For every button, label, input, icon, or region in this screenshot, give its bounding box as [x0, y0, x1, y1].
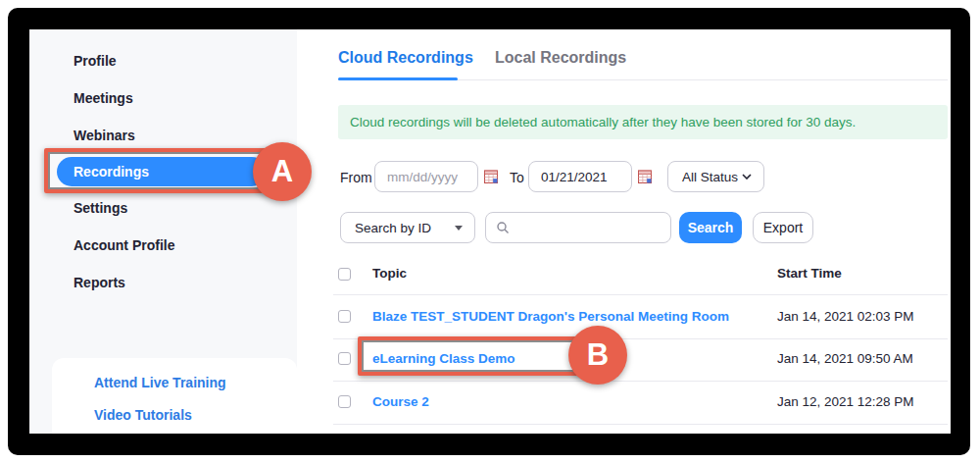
from-label: From	[340, 170, 372, 185]
export-button[interactable]: Export	[753, 212, 813, 243]
recording-topic-link[interactable]: eLearning Class Demo	[372, 351, 515, 366]
recording-start-time: Jan 14, 2021 09:50 AM	[777, 351, 913, 366]
chevron-down-icon	[742, 174, 752, 180]
search-button[interactable]: Search	[679, 212, 742, 243]
attend-live-training-link[interactable]: Attend Live Training	[94, 375, 226, 390]
header-divider	[333, 294, 948, 295]
search-mode-value: Search by ID	[355, 221, 431, 235]
sidebar-item-account-profile[interactable]: Account Profile	[74, 237, 174, 253]
row-divider	[333, 381, 948, 382]
sidebar-item-profile[interactable]: Profile	[74, 53, 117, 69]
active-tab-underline	[338, 77, 458, 80]
video-tutorials-link[interactable]: Video Tutorials	[94, 407, 192, 423]
sidebar-item-reports[interactable]: Reports	[74, 275, 125, 290]
sidebar-item-meetings[interactable]: Meetings	[74, 90, 133, 106]
recording-start-time: Jan 12, 2021 12:28 PM	[777, 394, 914, 409]
recording-topic-link[interactable]: Blaze TEST_STUDENT Dragon's Personal Mee…	[372, 309, 729, 324]
from-calendar-icon[interactable]	[484, 170, 498, 183]
row-checkbox[interactable]	[338, 395, 351, 408]
select-all-checkbox[interactable]	[338, 268, 351, 281]
search-input-wrap	[485, 212, 671, 243]
search-input[interactable]	[515, 213, 667, 242]
search-mode-select[interactable]: Search by ID	[340, 212, 475, 243]
from-date-input[interactable]	[374, 161, 478, 192]
row-checkbox[interactable]	[338, 310, 351, 323]
recording-topic-link[interactable]: Course 2	[372, 394, 429, 409]
row-divider	[333, 424, 948, 425]
status-select-value: All Status	[682, 170, 738, 184]
sidebar-item-webinars[interactable]: Webinars	[74, 128, 135, 143]
annotation-marker-a: A	[253, 142, 312, 201]
column-header-start-time: Start Time	[777, 266, 842, 281]
retention-notice: Cloud recordings will be deleted automat…	[338, 105, 948, 139]
sidebar: Profile Meetings Webinars Recordings Set…	[29, 29, 297, 434]
column-header-topic: Topic	[372, 266, 407, 281]
status-select[interactable]: All Status	[667, 161, 764, 192]
to-date-input[interactable]	[528, 161, 632, 192]
tab-local-recordings[interactable]: Local Recordings	[495, 49, 626, 67]
tab-cloud-recordings[interactable]: Cloud Recordings	[338, 49, 473, 67]
annotation-marker-b: B	[568, 326, 627, 385]
row-checkbox[interactable]	[338, 352, 351, 365]
sidebar-footer-panel: Attend Live Training Video Tutorials	[52, 358, 297, 434]
to-calendar-icon[interactable]	[638, 170, 652, 183]
zoom-web-portal: Profile Meetings Webinars Recordings Set…	[29, 29, 951, 434]
to-label: To	[510, 170, 524, 185]
sidebar-item-settings[interactable]: Settings	[74, 200, 127, 216]
search-icon	[496, 221, 510, 234]
recording-start-time: Jan 14, 2021 02:03 PM	[777, 309, 914, 324]
caret-down-icon	[455, 226, 463, 231]
